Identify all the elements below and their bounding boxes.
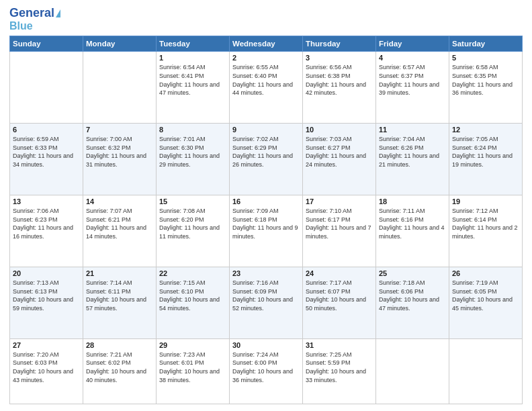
- calendar-cell: 14Sunrise: 7:07 AM Sunset: 6:21 PM Dayli…: [83, 195, 157, 267]
- day-number: 26: [452, 269, 519, 277]
- day-number: 5: [452, 54, 519, 62]
- day-number: 23: [232, 269, 300, 277]
- weekday-header-sunday: Sunday: [10, 36, 83, 52]
- calendar-cell: 4Sunrise: 6:57 AM Sunset: 6:37 PM Daylig…: [376, 52, 449, 124]
- calendar-cell: 21Sunrise: 7:14 AM Sunset: 6:11 PM Dayli…: [83, 267, 157, 338]
- day-info: Sunrise: 6:56 AM Sunset: 6:38 PM Dayligh…: [306, 63, 373, 97]
- day-info: Sunrise: 7:11 AM Sunset: 6:16 PM Dayligh…: [379, 207, 446, 240]
- day-info: Sunrise: 6:55 AM Sunset: 6:40 PM Dayligh…: [232, 63, 300, 97]
- calendar-row-1: 6Sunrise: 6:59 AM Sunset: 6:33 PM Daylig…: [10, 124, 523, 195]
- calendar-cell: 2Sunrise: 6:55 AM Sunset: 6:40 PM Daylig…: [230, 52, 303, 124]
- calendar-cell: 26Sunrise: 7:19 AM Sunset: 6:05 PM Dayli…: [449, 267, 523, 338]
- calendar-cell: 24Sunrise: 7:17 AM Sunset: 6:07 PM Dayli…: [303, 267, 376, 338]
- calendar-row-4: 27Sunrise: 7:20 AM Sunset: 6:03 PM Dayli…: [10, 338, 523, 404]
- day-info: Sunrise: 7:16 AM Sunset: 6:09 PM Dayligh…: [232, 279, 300, 312]
- calendar-row-0: 1Sunrise: 6:54 AM Sunset: 6:41 PM Daylig…: [10, 52, 523, 124]
- day-number: 18: [379, 197, 446, 205]
- day-info: Sunrise: 7:23 AM Sunset: 6:01 PM Dayligh…: [159, 351, 226, 384]
- day-number: 17: [306, 197, 373, 205]
- day-number: 13: [13, 197, 80, 205]
- logo-triangle-icon: [56, 9, 60, 17]
- day-number: 30: [232, 341, 300, 349]
- day-number: 22: [159, 269, 226, 277]
- day-number: 11: [379, 126, 446, 134]
- day-number: 6: [13, 126, 80, 134]
- logo: General Blue: [9, 7, 60, 32]
- calendar-cell: 1Sunrise: 6:54 AM Sunset: 6:41 PM Daylig…: [157, 52, 230, 124]
- calendar-cell: 12Sunrise: 7:05 AM Sunset: 6:24 PM Dayli…: [449, 124, 523, 195]
- day-info: Sunrise: 6:57 AM Sunset: 6:37 PM Dayligh…: [379, 63, 446, 97]
- day-number: 10: [306, 126, 373, 134]
- day-number: 21: [86, 269, 153, 277]
- day-info: Sunrise: 7:20 AM Sunset: 6:03 PM Dayligh…: [13, 351, 80, 384]
- day-info: Sunrise: 7:07 AM Sunset: 6:21 PM Dayligh…: [86, 207, 153, 240]
- calendar-cell: 17Sunrise: 7:10 AM Sunset: 6:17 PM Dayli…: [303, 195, 376, 267]
- day-number: 20: [13, 269, 80, 277]
- day-info: Sunrise: 7:06 AM Sunset: 6:23 PM Dayligh…: [13, 207, 80, 240]
- calendar-cell: 31Sunrise: 7:25 AM Sunset: 5:59 PM Dayli…: [303, 338, 376, 404]
- day-number: 14: [86, 197, 153, 205]
- day-number: 1: [159, 54, 226, 62]
- calendar-cell: 8Sunrise: 7:01 AM Sunset: 6:30 PM Daylig…: [157, 124, 230, 195]
- day-number: 19: [452, 197, 519, 205]
- calendar-cell: 16Sunrise: 7:09 AM Sunset: 6:18 PM Dayli…: [230, 195, 303, 267]
- calendar-cell: 18Sunrise: 7:11 AM Sunset: 6:16 PM Dayli…: [376, 195, 449, 267]
- calendar-cell: [83, 52, 157, 124]
- day-info: Sunrise: 7:21 AM Sunset: 6:02 PM Dayligh…: [86, 351, 153, 384]
- day-info: Sunrise: 7:00 AM Sunset: 6:32 PM Dayligh…: [86, 135, 153, 169]
- day-info: Sunrise: 7:12 AM Sunset: 6:14 PM Dayligh…: [452, 207, 519, 240]
- calendar-cell: 6Sunrise: 6:59 AM Sunset: 6:33 PM Daylig…: [10, 124, 83, 195]
- day-number: 15: [159, 197, 226, 205]
- day-number: 2: [232, 54, 300, 62]
- calendar-cell: 15Sunrise: 7:08 AM Sunset: 6:20 PM Dayli…: [157, 195, 230, 267]
- calendar-row-2: 13Sunrise: 7:06 AM Sunset: 6:23 PM Dayli…: [10, 195, 523, 267]
- day-number: 4: [379, 54, 446, 62]
- calendar-cell: 20Sunrise: 7:13 AM Sunset: 6:13 PM Dayli…: [10, 267, 83, 338]
- logo-text: General: [9, 7, 54, 20]
- weekday-header-thursday: Thursday: [303, 36, 376, 52]
- day-number: 28: [86, 341, 153, 349]
- day-info: Sunrise: 6:54 AM Sunset: 6:41 PM Dayligh…: [159, 63, 226, 97]
- calendar-cell: 19Sunrise: 7:12 AM Sunset: 6:14 PM Dayli…: [449, 195, 523, 267]
- day-info: Sunrise: 7:19 AM Sunset: 6:05 PM Dayligh…: [452, 279, 519, 312]
- calendar-cell: 23Sunrise: 7:16 AM Sunset: 6:09 PM Dayli…: [230, 267, 303, 338]
- weekday-header-monday: Monday: [83, 36, 157, 52]
- calendar-table: SundayMondayTuesdayWednesdayThursdayFrid…: [9, 36, 523, 404]
- day-info: Sunrise: 7:04 AM Sunset: 6:26 PM Dayligh…: [379, 135, 446, 169]
- page: General Blue SundayMondayTuesdayWednesda…: [0, 0, 532, 411]
- weekday-header-row: SundayMondayTuesdayWednesdayThursdayFrid…: [10, 36, 523, 52]
- day-number: 25: [379, 269, 446, 277]
- calendar-cell: [449, 338, 523, 404]
- day-info: Sunrise: 7:18 AM Sunset: 6:06 PM Dayligh…: [379, 279, 446, 312]
- day-info: Sunrise: 7:24 AM Sunset: 6:00 PM Dayligh…: [232, 351, 300, 384]
- day-number: 31: [306, 341, 373, 349]
- weekday-header-saturday: Saturday: [449, 36, 523, 52]
- calendar-cell: 27Sunrise: 7:20 AM Sunset: 6:03 PM Dayli…: [10, 338, 83, 404]
- day-info: Sunrise: 7:08 AM Sunset: 6:20 PM Dayligh…: [159, 207, 226, 240]
- calendar-cell: [376, 338, 449, 404]
- day-number: 3: [306, 54, 373, 62]
- weekday-header-friday: Friday: [376, 36, 449, 52]
- calendar-cell: 10Sunrise: 7:03 AM Sunset: 6:27 PM Dayli…: [303, 124, 376, 195]
- day-number: 16: [232, 197, 300, 205]
- calendar-cell: 7Sunrise: 7:00 AM Sunset: 6:32 PM Daylig…: [83, 124, 157, 195]
- day-number: 12: [452, 126, 519, 134]
- day-info: Sunrise: 7:10 AM Sunset: 6:17 PM Dayligh…: [306, 207, 373, 240]
- calendar-row-3: 20Sunrise: 7:13 AM Sunset: 6:13 PM Dayli…: [10, 267, 523, 338]
- calendar-cell: 3Sunrise: 6:56 AM Sunset: 6:38 PM Daylig…: [303, 52, 376, 124]
- calendar-cell: 25Sunrise: 7:18 AM Sunset: 6:06 PM Dayli…: [376, 267, 449, 338]
- day-info: Sunrise: 7:01 AM Sunset: 6:30 PM Dayligh…: [159, 135, 226, 169]
- day-number: 9: [232, 126, 300, 134]
- weekday-header-wednesday: Wednesday: [230, 36, 303, 52]
- calendar-cell: 22Sunrise: 7:15 AM Sunset: 6:10 PM Dayli…: [157, 267, 230, 338]
- day-number: 7: [86, 126, 153, 134]
- calendar-cell: 11Sunrise: 7:04 AM Sunset: 6:26 PM Dayli…: [376, 124, 449, 195]
- calendar-cell: 5Sunrise: 6:58 AM Sunset: 6:35 PM Daylig…: [449, 52, 523, 124]
- day-number: 29: [159, 341, 226, 349]
- calendar-cell: 13Sunrise: 7:06 AM Sunset: 6:23 PM Dayli…: [10, 195, 83, 267]
- calendar-cell: 30Sunrise: 7:24 AM Sunset: 6:00 PM Dayli…: [230, 338, 303, 404]
- header: General Blue: [9, 7, 523, 32]
- day-info: Sunrise: 7:09 AM Sunset: 6:18 PM Dayligh…: [232, 207, 300, 240]
- day-info: Sunrise: 7:14 AM Sunset: 6:11 PM Dayligh…: [86, 279, 153, 312]
- day-info: Sunrise: 7:25 AM Sunset: 5:59 PM Dayligh…: [306, 351, 373, 384]
